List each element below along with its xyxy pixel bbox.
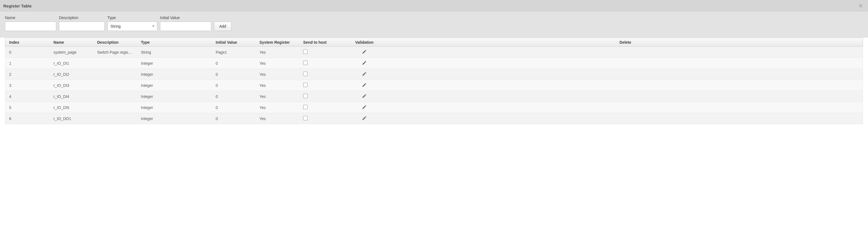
- cell-initial-value: 0: [212, 105, 255, 110]
- close-icon[interactable]: ✕: [857, 2, 865, 9]
- send-to-host-checkbox[interactable]: [303, 61, 308, 65]
- cell-system-register: Yes: [255, 61, 299, 66]
- cell-type: Integer: [137, 105, 212, 110]
- type-select[interactable]: StringIntegerFloatBoolean: [107, 22, 157, 31]
- cell-system-register: Yes: [255, 50, 299, 55]
- cell-name: r_IO_DI2: [50, 72, 93, 77]
- table-row: 0system_pageSwitch Page regis…StringPage…: [5, 47, 863, 58]
- cell-validation: [341, 71, 388, 77]
- edit-icon[interactable]: [362, 60, 367, 66]
- name-field-group: Name: [5, 15, 56, 31]
- header-type: Type: [137, 40, 212, 44]
- cell-index: 5: [5, 105, 50, 110]
- table-row: 1r_IO_DI1Integer0Yes: [5, 58, 863, 69]
- edit-icon[interactable]: [362, 116, 367, 121]
- cell-system-register: Yes: [255, 105, 299, 110]
- description-input[interactable]: [59, 22, 105, 31]
- cell-type: Integer: [137, 72, 212, 77]
- cell-initial-value: 0: [212, 116, 255, 121]
- table-row: 2r_IO_DI2Integer0Yes: [5, 69, 863, 80]
- cell-name: r_IO_DI5: [50, 105, 93, 110]
- window-title: Register Table: [3, 4, 32, 8]
- header-index: Index: [5, 40, 50, 44]
- cell-name: r_IO_DI3: [50, 83, 93, 88]
- cell-validation: [341, 94, 388, 99]
- table-row: 6r_IO_DO1Integer0Yes: [5, 113, 863, 124]
- edit-icon[interactable]: [362, 71, 367, 77]
- cell-initial-value: Page1: [212, 50, 255, 55]
- description-field-group: Description: [59, 15, 105, 31]
- table-row: 3r_IO_DI3Integer0Yes: [5, 80, 863, 91]
- initial-value-field-group: Initial Value: [160, 15, 211, 31]
- send-to-host-checkbox[interactable]: [303, 116, 308, 120]
- header-validation: Validation: [341, 40, 388, 44]
- cell-send-to-host: [299, 105, 341, 110]
- cell-send-to-host: [299, 72, 341, 77]
- name-input[interactable]: [5, 22, 56, 31]
- cell-initial-value: 0: [212, 83, 255, 88]
- table-body[interactable]: 0system_pageSwitch Page regis…StringPage…: [5, 47, 863, 124]
- initial-value-label: Initial Value: [160, 15, 211, 20]
- cell-index: 2: [5, 72, 50, 77]
- cell-type: Integer: [137, 116, 212, 121]
- cell-name: r_IO_DO1: [50, 116, 93, 121]
- send-to-host-checkbox[interactable]: [303, 105, 308, 109]
- name-label: Name: [5, 15, 56, 20]
- cell-index: 1: [5, 61, 50, 66]
- cell-system-register: Yes: [255, 72, 299, 77]
- form-bar: Name Description Type StringIntegerFloat…: [0, 12, 868, 38]
- header-system-register: System Register: [255, 40, 299, 44]
- titlebar: Register Table ✕: [0, 0, 868, 12]
- type-field-group: Type StringIntegerFloatBoolean: [107, 15, 157, 31]
- cell-name: system_page: [50, 50, 93, 55]
- cell-index: 0: [5, 50, 50, 55]
- header-send-to-host: Send to host: [299, 40, 341, 44]
- cell-validation: [341, 82, 388, 88]
- cell-type: Integer: [137, 94, 212, 99]
- cell-validation: [341, 49, 388, 55]
- send-to-host-checkbox[interactable]: [303, 72, 308, 76]
- send-to-host-checkbox[interactable]: [303, 83, 308, 87]
- register-table: Index Name Description Type Initial Valu…: [5, 38, 863, 124]
- cell-index: 4: [5, 94, 50, 99]
- cell-send-to-host: [299, 49, 341, 55]
- add-button[interactable]: Add: [214, 22, 231, 31]
- send-to-host-checkbox[interactable]: [303, 49, 308, 54]
- cell-type: Integer: [137, 61, 212, 66]
- cell-type: String: [137, 50, 212, 55]
- edit-icon[interactable]: [362, 105, 367, 110]
- cell-send-to-host: [299, 83, 341, 88]
- cell-name: r_IO_DI4: [50, 94, 93, 99]
- cell-index: 3: [5, 83, 50, 88]
- header-name: Name: [50, 40, 93, 44]
- cell-system-register: Yes: [255, 116, 299, 121]
- send-to-host-checkbox[interactable]: [303, 94, 308, 98]
- cell-send-to-host: [299, 61, 341, 66]
- cell-index: 6: [5, 116, 50, 121]
- cell-validation: [341, 116, 388, 121]
- type-label: Type: [107, 15, 157, 20]
- cell-initial-value: 0: [212, 94, 255, 99]
- initial-value-input[interactable]: [160, 22, 211, 31]
- cell-initial-value: 0: [212, 72, 255, 77]
- edit-icon[interactable]: [362, 49, 367, 55]
- cell-validation: [341, 105, 388, 110]
- cell-send-to-host: [299, 116, 341, 121]
- header-delete: Delete: [388, 40, 863, 44]
- header-initial-value: Initial Value: [212, 40, 255, 44]
- header-description: Description: [93, 40, 137, 44]
- cell-description: Switch Page regis…: [93, 50, 137, 55]
- cell-initial-value: 0: [212, 61, 255, 66]
- cell-name: r_IO_DI1: [50, 61, 93, 66]
- cell-validation: [341, 60, 388, 66]
- table-row: 4r_IO_DI4Integer0Yes: [5, 91, 863, 102]
- table-header-row: Index Name Description Type Initial Valu…: [5, 38, 863, 47]
- cell-type: Integer: [137, 83, 212, 88]
- cell-send-to-host: [299, 94, 341, 99]
- cell-system-register: Yes: [255, 83, 299, 88]
- edit-icon[interactable]: [362, 82, 367, 88]
- table-row: 5r_IO_DI5Integer0Yes: [5, 102, 863, 113]
- edit-icon[interactable]: [362, 94, 367, 99]
- description-label: Description: [59, 15, 105, 20]
- cell-system-register: Yes: [255, 94, 299, 99]
